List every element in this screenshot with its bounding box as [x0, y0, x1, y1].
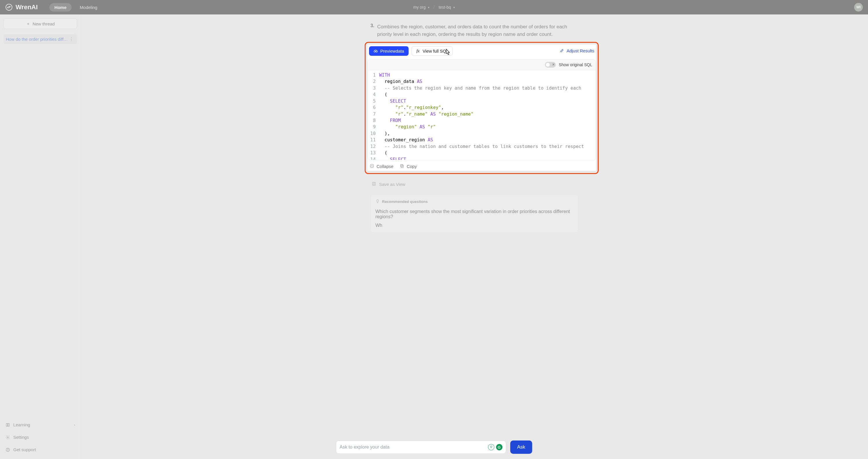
svg-point-2 — [7, 437, 8, 438]
sidebar-item-learning[interactable]: Learning › — [3, 420, 77, 430]
line-number: 5 — [368, 98, 379, 104]
highlighted-panel-outline: Previewdata fx View full SQL — [365, 42, 598, 174]
line-number: 12 — [368, 143, 379, 150]
adjust-results-button[interactable]: Adjust Results — [560, 48, 594, 54]
x-icon: ✕ — [552, 63, 555, 66]
sidebar-item-settings[interactable]: Settings — [3, 432, 77, 442]
crumb-project[interactable]: test-bq ▾ — [439, 5, 455, 9]
bulb-icon — [375, 199, 380, 204]
sidebar-item-support[interactable]: Get support — [3, 444, 77, 455]
sql-code-body[interactable]: 1WITH2 region_data AS3 -- Selects the re… — [368, 70, 596, 160]
line-code: "region" AS "r" — [379, 124, 439, 130]
svg-point-6 — [376, 51, 377, 52]
sql-card: ✕ Show original SQL 1WITH2 region_data A… — [367, 59, 596, 160]
svg-point-5 — [374, 51, 375, 52]
collapse-button[interactable]: Collapse — [370, 164, 393, 169]
grammarly-icon[interactable]: G — [496, 444, 502, 450]
line-number: 1 — [368, 72, 379, 78]
sidebar-item-label: Get support — [13, 447, 36, 452]
svg-point-0 — [6, 4, 12, 10]
line-number: 8 — [368, 117, 379, 124]
code-line: 12 -- Joins the nation and customer tabl… — [368, 143, 596, 150]
book-icon — [5, 423, 10, 427]
edit-icon — [560, 48, 564, 54]
line-number: 4 — [368, 91, 379, 98]
line-number: 10 — [368, 131, 379, 137]
line-number: 13 — [368, 150, 379, 156]
ask-button[interactable]: Ask — [510, 440, 532, 454]
line-number: 9 — [368, 124, 379, 130]
binoculars-icon — [373, 49, 378, 53]
recommended-questions: Recommended questions Which customer seg… — [370, 194, 578, 233]
recommended-question[interactable]: Which customer segments show the most si… — [375, 207, 574, 221]
recommended-question[interactable]: Wh — [375, 221, 574, 230]
line-code: SELECT — [379, 156, 409, 160]
composer-input[interactable] — [340, 444, 488, 450]
sidebar: ＋ New thread How do the order priorities… — [0, 15, 81, 459]
svg-rect-10 — [372, 182, 376, 185]
crumb-sep: / — [433, 5, 435, 9]
thread-link[interactable]: How do the order priorities differ … — [6, 37, 68, 41]
collapse-label: Collapse — [376, 164, 393, 169]
code-line: 2 region_data AS — [368, 78, 596, 85]
breadcrumb: my org ▾ / test-bq ▾ — [413, 5, 455, 9]
new-thread-label: New thread — [33, 21, 55, 26]
composer-input-wrap[interactable]: G — [336, 440, 506, 454]
line-code: SELECT — [379, 98, 409, 104]
avatar[interactable]: WI — [854, 3, 863, 11]
code-line: 6 "r"."r_regionkey", — [368, 104, 596, 111]
line-code: -- Joins the nation and customer tables … — [379, 143, 587, 150]
chevron-right-icon: › — [74, 422, 75, 427]
thread-row[interactable]: How do the order priorities differ … ⋮ — [3, 34, 77, 44]
line-code: ( — [379, 91, 391, 98]
gear-icon — [5, 435, 10, 440]
line-code: -- Selects the region key and name from … — [379, 85, 585, 91]
nav-tabs: Home Modeling — [50, 3, 103, 11]
code-line: 4 ( — [368, 91, 596, 98]
preview-data-button[interactable]: Previewdata — [369, 46, 409, 56]
line-number: 6 — [368, 104, 379, 111]
recommended-questions-header: Recommended questions — [382, 199, 428, 204]
show-original-sql-label: Show original SQL — [559, 62, 592, 67]
svg-point-4 — [7, 450, 8, 451]
save-as-view-label: Save as View — [379, 182, 405, 187]
preview-data-label: Previewdata — [380, 49, 404, 54]
new-thread-button[interactable]: ＋ New thread — [3, 19, 77, 29]
view-full-sql-label: View full SQL — [423, 49, 449, 54]
plus-icon: ＋ — [26, 21, 30, 27]
sidebar-item-label: Learning — [13, 422, 30, 427]
code-line: 14 SELECT — [368, 156, 596, 160]
sidebar-item-label: Settings — [13, 435, 29, 440]
code-line: 3 -- Selects the region key and name fro… — [368, 85, 596, 91]
crumb-project-label: test-bq — [439, 5, 451, 9]
kebab-icon[interactable]: ⋮ — [68, 36, 75, 42]
step-row: 3. Combines the region, customer, and or… — [370, 23, 578, 38]
view-full-sql-button[interactable]: fx View full SQL — [411, 46, 453, 56]
copy-label: Copy — [407, 164, 417, 169]
copy-button[interactable]: Copy — [400, 164, 417, 169]
code-line: 5 SELECT — [368, 98, 596, 104]
crumb-org[interactable]: my org ▾ — [413, 5, 429, 9]
code-line: 10 ), — [368, 131, 596, 137]
line-number: 2 — [368, 78, 379, 85]
line-code: "r"."r_regionkey", — [379, 104, 447, 111]
line-number: 11 — [368, 137, 379, 143]
idea-icon[interactable] — [488, 444, 494, 450]
line-code: region_data AS — [379, 78, 426, 85]
svg-rect-8 — [401, 165, 403, 168]
show-original-sql-toggle[interactable]: ✕ — [545, 62, 556, 68]
help-icon — [5, 448, 10, 452]
line-code: WITH — [379, 72, 393, 78]
chevron-up-circle-icon — [370, 164, 374, 169]
step-number: 3. — [370, 23, 374, 38]
adjust-results-label: Adjust Results — [566, 48, 594, 53]
brand[interactable]: WrenAI — [5, 3, 38, 11]
line-code: customer_region AS — [379, 137, 437, 143]
tab-modeling[interactable]: Modeling — [74, 3, 102, 11]
tab-home[interactable]: Home — [50, 3, 72, 11]
chevron-down-icon: ▾ — [453, 6, 455, 9]
save-icon — [372, 181, 376, 187]
line-code: FROM — [379, 117, 404, 124]
save-as-view-button[interactable]: Save as View — [372, 181, 405, 187]
copy-icon — [400, 164, 404, 169]
